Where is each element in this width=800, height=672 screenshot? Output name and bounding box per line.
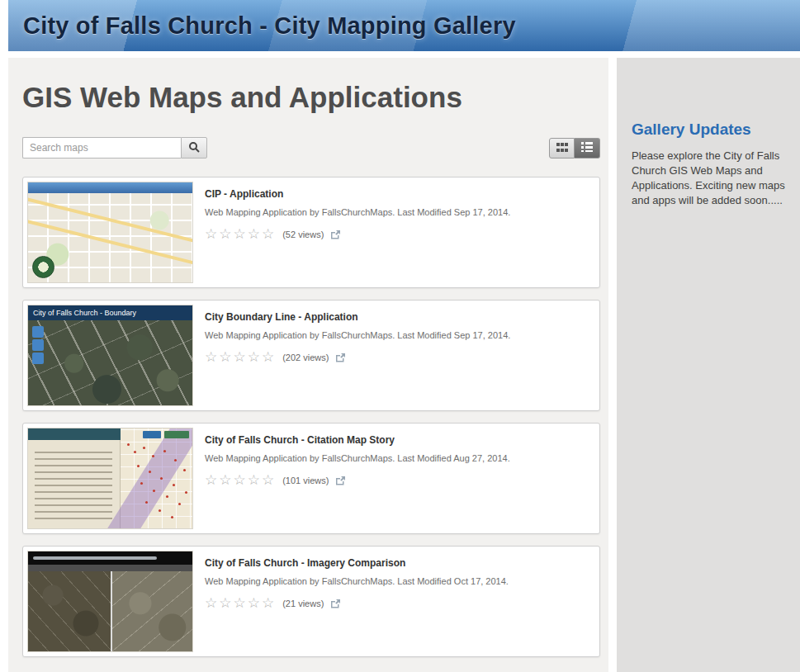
site-title: City of Falls Church - City Mapping Gall… [8, 12, 516, 40]
story-text-lines-art [35, 448, 112, 519]
citation-dots-art [127, 443, 130, 446]
city-seal-icon [32, 256, 54, 278]
content-area: GIS Web Maps and Applications [8, 58, 800, 672]
map-card-list: CIP - Application Web Mapping Applicatio… [22, 177, 608, 657]
open-external-icon[interactable] [335, 353, 346, 362]
thumbnail-road-art [27, 192, 193, 252]
toolbar [22, 137, 600, 159]
thumbnail-header-art [28, 182, 192, 193]
view-count: (101 views) [282, 476, 329, 485]
imagery-left-art [28, 571, 111, 651]
map-description: Web Mapping Application by FallsChurchMa… [205, 576, 587, 586]
map-card-imagery: City of Falls Church - Imagery Compariso… [22, 546, 600, 657]
view-count: (52 views) [282, 230, 324, 239]
rating-stars[interactable]: ☆☆☆☆☆ [205, 227, 276, 241]
thumbnail-button-art [164, 431, 189, 438]
map-description: Web Mapping Application by FallsChurchMa… [205, 207, 587, 217]
map-description: Web Mapping Application by FallsChurchMa… [205, 453, 587, 463]
thumbnail-button-art [143, 431, 161, 438]
map-title-link[interactable]: CIP - Application [205, 188, 587, 200]
map-thumbnail[interactable] [27, 551, 193, 652]
main-content: GIS Web Maps and Applications [8, 58, 608, 672]
list-view-button[interactable] [575, 138, 600, 159]
card-body: CIP - Application Web Mapping Applicatio… [193, 182, 595, 283]
rating-row: ☆☆☆☆☆ (202 views) [205, 350, 587, 364]
rating-stars[interactable]: ☆☆☆☆☆ [205, 473, 276, 487]
map-card-citation: City of Falls Church - Citation Map Stor… [22, 423, 600, 534]
view-count: (202 views) [282, 353, 329, 362]
sidebar-text: Please explore the City of Falls Church … [632, 149, 787, 208]
map-title-link[interactable]: City of Falls Church - Citation Map Stor… [205, 434, 587, 446]
site-header: City of Falls Church - City Mapping Gall… [8, 0, 800, 51]
rating-row: ☆☆☆☆☆ (101 views) [205, 473, 587, 487]
view-toggle [549, 138, 600, 159]
rating-row: ☆☆☆☆☆ (52 views) [205, 227, 587, 241]
view-count: (21 views) [282, 599, 324, 608]
search-icon [188, 141, 200, 155]
thumbnail-header-text-art [33, 556, 157, 560]
map-thumbnail[interactable]: City of Falls Church - Boundary [27, 305, 193, 406]
search-box [22, 137, 207, 159]
map-thumbnail[interactable] [27, 428, 193, 529]
zoom-controls-art [32, 326, 44, 338]
open-external-icon[interactable] [330, 230, 341, 239]
imagery-right-art [111, 571, 192, 651]
open-external-icon[interactable] [335, 476, 346, 485]
map-thumbnail[interactable] [27, 182, 193, 283]
map-card-boundary: City of Falls Church - Boundary City Bou… [22, 300, 600, 411]
map-title-link[interactable]: City of Falls Church - Imagery Compariso… [205, 557, 587, 569]
thumbnail-title: City of Falls Church - Boundary [28, 305, 192, 320]
card-body: City of Falls Church - Imagery Compariso… [193, 551, 595, 652]
story-panel-header-art [28, 428, 121, 440]
page-title: GIS Web Maps and Applications [22, 81, 608, 114]
grid-view-icon [556, 142, 568, 154]
sidebar-title: Gallery Updates [632, 121, 787, 139]
grid-view-button[interactable] [549, 138, 575, 159]
rating-stars[interactable]: ☆☆☆☆☆ [205, 350, 276, 364]
map-card-cip: CIP - Application Web Mapping Applicatio… [22, 177, 600, 288]
rating-row: ☆☆☆☆☆ (21 views) [205, 596, 587, 610]
list-view-icon [581, 142, 593, 154]
card-body: City Boundary Line - Application Web Map… [193, 305, 595, 406]
thumbnail-subheader-art [28, 565, 192, 571]
search-input[interactable] [22, 137, 181, 159]
search-button[interactable] [181, 137, 207, 159]
map-title-link[interactable]: City Boundary Line - Application [205, 311, 587, 323]
card-body: City of Falls Church - Citation Map Stor… [193, 428, 595, 529]
open-external-icon[interactable] [330, 599, 341, 608]
sidebar: Gallery Updates Please explore the City … [617, 58, 800, 672]
map-description: Web Mapping Application by FallsChurchMa… [205, 330, 587, 340]
rating-stars[interactable]: ☆☆☆☆☆ [205, 596, 276, 610]
